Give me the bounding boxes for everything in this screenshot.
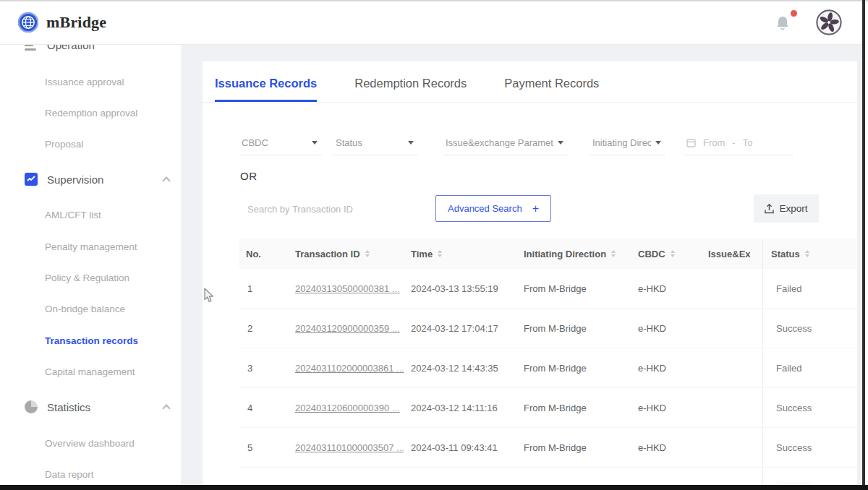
sidebar-group-label: Statistics <box>47 401 90 413</box>
sidebar-item-penalty-management[interactable]: Penalty management <box>0 231 181 262</box>
row-direction: From M-Bridge <box>516 323 631 334</box>
sort-icon[interactable] <box>805 250 809 257</box>
window-top-edge <box>0 0 868 1</box>
chevron-up-icon <box>162 176 170 184</box>
sidebar-item-capital-management[interactable]: Capital management <box>0 356 181 387</box>
mbridge-app-window: mBridge Operation Issuance approval <box>0 0 868 490</box>
transaction-id-link[interactable]: 202403130500000381 <box>295 283 400 294</box>
column-header-status[interactable]: Status <box>762 238 857 269</box>
status-badge: Success <box>762 309 857 348</box>
pie-chart-icon <box>25 400 38 413</box>
row-direction: From M-Bridge <box>516 442 631 453</box>
date-to-placeholder[interactable]: To <box>743 137 753 148</box>
sidebar-item-label: Issuance approval <box>45 77 124 87</box>
row-cbdc: e-HKD <box>631 323 701 334</box>
row-number: 1 <box>239 283 288 294</box>
sidebar-group-operation[interactable]: Operation <box>0 45 181 61</box>
sidebar-item-label: Penalty management <box>45 241 137 252</box>
calendar-icon <box>686 138 696 147</box>
export-button[interactable]: Export <box>754 194 819 223</box>
sidebar-item-issuance-approval[interactable]: Issuance approval <box>0 66 181 98</box>
tabs-divider <box>203 102 857 103</box>
status-filter-select[interactable]: Status <box>333 131 418 155</box>
bell-icon[interactable] <box>775 15 790 31</box>
sidebar-item-label: Policy & Regulation <box>45 272 129 283</box>
transaction-id-link[interactable]: 202403120600000390 <box>295 403 400 413</box>
row-time: 2024-03-13 13:55:19 <box>404 283 516 294</box>
advanced-search-button[interactable]: Advanced Search + <box>435 195 551 222</box>
status-badge: Failed <box>762 269 857 308</box>
sidebar-group-label: Supervision <box>47 173 103 186</box>
row-direction: From M-Bridge <box>516 363 631 374</box>
sidebar-group-supervision[interactable]: Supervision <box>0 163 181 195</box>
top-bar: mBridge <box>0 0 862 45</box>
dropdown-caret-icon <box>312 141 318 145</box>
globe-icon <box>17 12 39 33</box>
brand-logo: mBridge <box>17 12 106 33</box>
dropdown-caret-icon <box>408 141 414 145</box>
column-header-cbdc[interactable]: CBDC <box>631 249 701 259</box>
sort-icon[interactable] <box>671 250 675 257</box>
sidebar-nav: Operation Issuance approval Redemption a… <box>0 45 181 485</box>
dropdown-caret-icon <box>558 141 563 145</box>
sidebar-group-label: Operation <box>47 45 95 51</box>
sort-icon[interactable] <box>611 250 616 257</box>
status-badge: Success <box>762 428 857 467</box>
sidebar-item-label: AML/CFT list <box>45 210 101 220</box>
sidebar-group-statistics[interactable]: Statistics <box>0 391 181 423</box>
sidebar-item-transaction-records[interactable]: Transaction records <box>0 324 181 356</box>
search-input[interactable] <box>247 196 417 222</box>
transaction-id-link[interactable]: 2024031101000003507 <box>295 442 404 453</box>
sidebar-item-label: Redemption approval <box>45 108 137 119</box>
sliders-icon <box>25 45 38 51</box>
sort-icon[interactable] <box>438 250 442 257</box>
initiating-direction-filter-select[interactable]: Initiating Direc <box>590 131 665 155</box>
chart-line-icon <box>25 173 38 186</box>
row-cbdc: e-HKD <box>631 283 701 294</box>
sidebar-item-policy-regulation[interactable]: Policy & Regulation <box>0 262 181 293</box>
date-range-picker[interactable]: From - To <box>684 131 793 155</box>
column-header-transaction-id[interactable]: Transaction ID <box>288 249 404 259</box>
sidebar-item-data-report[interactable]: Data report <box>0 458 181 485</box>
sidebar-item-label: On-bridge balance <box>45 304 125 314</box>
row-time: 2024-03-12 14:43:35 <box>404 363 516 374</box>
row-number: 3 <box>239 363 288 374</box>
issue-exchange-filter-label: Issue&exchange Paramet <box>446 137 553 148</box>
row-number: 2 <box>239 323 288 334</box>
transaction-id-link[interactable]: 2024031102000003861 <box>295 363 404 374</box>
sidebar-item-aml-cft-list[interactable]: AML/CFT list <box>0 199 181 231</box>
column-header-time[interactable]: Time <box>404 249 516 259</box>
row-cbdc: e-HKD <box>631 403 701 413</box>
row-time: 2024-03-12 14:11:16 <box>404 403 516 413</box>
tab-issuance-records[interactable]: Issuance Records <box>215 74 317 102</box>
or-label: OR <box>240 170 258 182</box>
sort-icon[interactable] <box>365 250 370 257</box>
row-number: 4 <box>239 403 288 413</box>
filter-bar: CBDC Status Issue&exchange Paramet Initi… <box>239 131 793 155</box>
column-header-issue-exchange[interactable]: Issue&Ex <box>701 249 762 259</box>
sidebar-item-proposal[interactable]: Proposal <box>0 128 181 160</box>
sidebar-item-on-bridge-balance[interactable]: On-bridge balance <box>0 293 181 324</box>
date-from-placeholder[interactable]: From <box>703 137 725 148</box>
export-icon <box>765 204 774 214</box>
row-number: 5 <box>239 442 288 453</box>
tab-payment-records[interactable]: Payment Records <box>504 74 599 102</box>
row-cbdc: e-HKD <box>631 363 701 374</box>
issue-exchange-filter-select[interactable]: Issue&exchange Paramet <box>443 131 568 155</box>
status-badge: Failed <box>762 348 857 387</box>
sidebar-item-overview-dashboard[interactable]: Overview dashboard <box>0 427 181 459</box>
export-label: Export <box>779 203 807 214</box>
bauhinia-flower-avatar[interactable] <box>816 9 842 35</box>
row-direction: From M-Bridge <box>516 403 631 413</box>
transaction-id-link[interactable]: 202403120900000359 <box>295 323 400 334</box>
sidebar-item-label: Overview dashboard <box>45 438 135 449</box>
column-header-initiating-direction[interactable]: Initiating Direction <box>516 249 631 259</box>
cbdc-filter-select[interactable]: CBDC <box>239 131 322 155</box>
window-bottom-edge <box>0 485 868 490</box>
sidebar-item-redemption-approval[interactable]: Redemption approval <box>0 97 181 129</box>
initiating-direction-filter-label: Initiating Direc <box>592 137 651 148</box>
tab-redemption-records[interactable]: Redemption Records <box>354 74 467 102</box>
table-row: 1 202403130500000381 2024-03-13 13:55:19… <box>239 269 857 309</box>
records-panel: Issuance Records Redemption Records Paym… <box>203 61 857 485</box>
table-row: 3 2024031102000003861 2024-03-12 14:43:3… <box>239 348 857 388</box>
